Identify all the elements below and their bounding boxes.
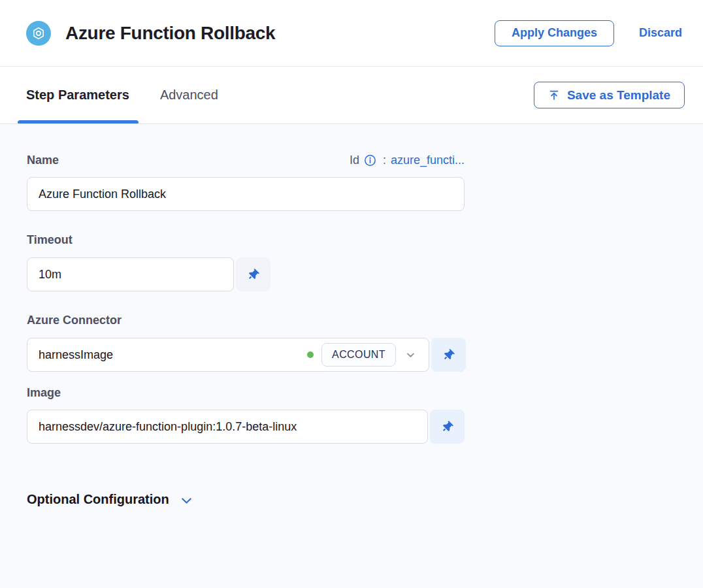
tab-bar: Step Parameters Advanced Save as Templat… [0,67,703,123]
timeout-input-row [27,257,270,291]
timeout-field: Timeout [27,233,703,291]
discard-button[interactable]: Discard [639,26,682,40]
pushpin-icon [248,269,259,280]
azure-connector-pin-button[interactable] [431,338,466,372]
id-separator: : [383,154,386,167]
info-icon[interactable] [364,154,376,167]
tab-advanced[interactable]: Advanced [160,67,218,123]
title-wrap: Azure Function Rollback [26,21,275,46]
azure-connector-field: Azure Connector harnessImage ACCOUNT [27,314,703,372]
azure-connector-select[interactable]: harnessImage ACCOUNT [27,338,429,372]
tab-step-parameters[interactable]: Step Parameters [26,67,129,123]
azure-connector-row: harnessImage ACCOUNT [27,338,466,372]
image-field: Image [27,386,703,444]
upload-icon [548,90,560,101]
save-as-template-label: Save as Template [567,88,670,103]
timeout-input[interactable] [27,257,234,291]
name-label-row: Name Id : azure_functi... [27,154,465,167]
step-id-value[interactable]: azure_functi... [391,154,465,167]
apply-changes-button[interactable]: Apply Changes [495,20,614,46]
name-input-wrap [27,177,465,211]
timeout-label: Timeout [27,233,703,247]
pushpin-icon [443,350,454,361]
image-input[interactable] [27,410,428,444]
connector-status-dot [307,351,314,358]
name-input[interactable] [27,177,465,211]
name-label: Name [27,154,59,167]
tab-advanced-label: Advanced [160,88,218,103]
page-title: Azure Function Rollback [65,23,275,44]
save-as-template-button[interactable]: Save as Template [534,82,685,108]
image-input-row [27,410,465,444]
timeout-pin-button[interactable] [236,257,270,291]
azure-function-step-icon [26,21,51,46]
step-config-header: Azure Function Rollback Apply Changes Di… [0,0,703,67]
image-pin-button[interactable] [430,410,465,444]
step-id-row: Id : azure_functi... [350,154,465,167]
name-field: Name Id : azure_functi... [27,154,703,211]
id-label: Id [350,154,359,167]
connector-scope-badge: ACCOUNT [321,343,396,367]
active-tab-underline [18,120,139,123]
step-parameters-panel: Name Id : azure_functi... Timeout [0,123,703,588]
azure-connector-value: harnessImage [39,348,307,362]
chevron-down-icon [180,495,193,507]
image-label: Image [27,386,703,400]
tab-step-parameters-label: Step Parameters [26,88,129,103]
header-actions: Apply Changes Discard [495,20,682,46]
optional-configuration-toggle[interactable]: Optional Configuration [27,492,703,507]
optional-configuration-label: Optional Configuration [27,492,169,507]
azure-connector-label: Azure Connector [27,314,703,327]
pushpin-icon [442,421,453,433]
chevron-down-icon[interactable] [406,350,416,360]
